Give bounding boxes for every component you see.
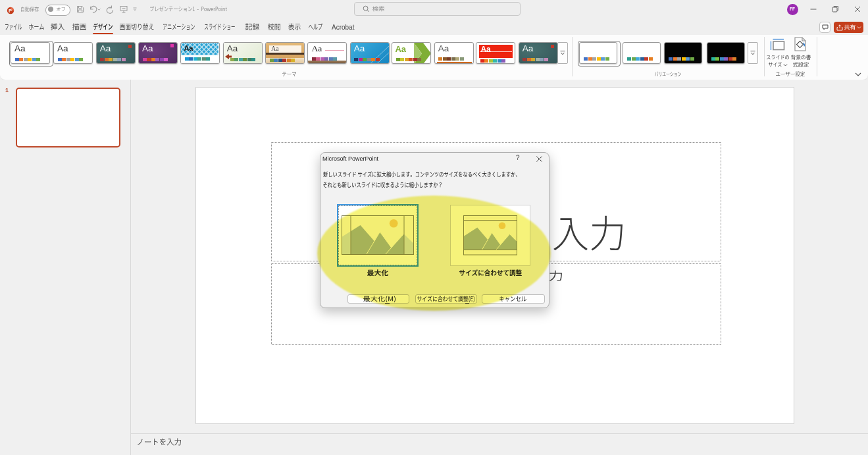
svg-text:P: P (9, 7, 12, 13)
